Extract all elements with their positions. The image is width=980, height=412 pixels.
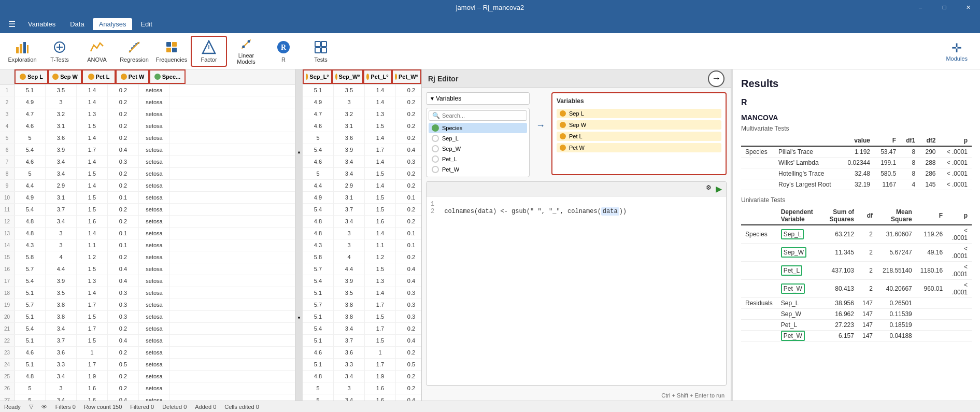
grid-cell[interactable]: 3.6	[46, 132, 77, 144]
grid-cell[interactable]: 0.4	[396, 394, 421, 401]
grid-cell[interactable]: 3.5	[334, 84, 365, 96]
grid-cell[interactable]: 3.8	[46, 299, 77, 310]
grid-cell[interactable]: 5.4	[15, 204, 46, 215]
grid-cell[interactable]: 4.4	[15, 180, 46, 191]
grid-cell[interactable]: 1.1	[77, 239, 108, 251]
rj-search-input[interactable]	[442, 112, 523, 119]
grid-cell[interactable]: 3	[46, 382, 77, 394]
grid-cell[interactable]: 3.9	[46, 144, 77, 155]
grid-cell[interactable]: 0.3	[396, 299, 421, 310]
menu-variables[interactable]: Variables	[22, 18, 62, 30]
grid-cell[interactable]: 5.1	[15, 359, 46, 370]
toolbar-regression[interactable]: Regression	[116, 36, 152, 67]
rj-var-species[interactable]: Species	[429, 123, 527, 133]
grid-cell[interactable]: 5.4	[15, 275, 46, 287]
grid-cell[interactable]: 1.7	[77, 299, 108, 310]
grid-cell[interactable]: 1.4	[77, 180, 108, 191]
toolbar-r[interactable]: R R	[265, 36, 302, 67]
grid-cell[interactable]: 1.4	[77, 132, 108, 144]
grid-cell[interactable]: 5.4	[15, 323, 46, 334]
grid-cell[interactable]: 0.3	[396, 287, 421, 299]
grid-cell[interactable]: setosa	[139, 347, 170, 358]
grid-cell[interactable]: setosa	[139, 204, 170, 215]
grid-cell[interactable]: 5.1	[15, 84, 46, 96]
grid-cell[interactable]: 2.9	[46, 180, 77, 191]
grid-cell[interactable]: 9	[0, 180, 15, 191]
grid-cell[interactable]: 5.8	[15, 251, 46, 263]
grid-cell[interactable]: 3.4	[46, 156, 77, 167]
grid-cell[interactable]: 1.7	[77, 323, 108, 334]
grid-cell[interactable]: 25	[0, 371, 15, 382]
grid-cell[interactable]: 0.2	[108, 382, 139, 394]
col-header-sep-w2[interactable]: Sep_W°	[332, 69, 363, 84]
grid-cell[interactable]: 11	[0, 204, 15, 215]
grid-cell[interactable]: setosa	[139, 359, 170, 370]
grid-cell[interactable]: 5.1	[303, 311, 334, 322]
grid-cell[interactable]: 5.4	[303, 144, 334, 155]
grid-cell[interactable]: 1.1	[365, 239, 396, 251]
grid-cell[interactable]: 0.4	[396, 275, 421, 287]
grid-cell[interactable]: 5.1	[15, 311, 46, 322]
grid-cell[interactable]: 6	[0, 144, 15, 155]
grid-cell[interactable]: 0.2	[108, 216, 139, 227]
grid-cell[interactable]: 5	[0, 132, 15, 144]
grid-cell[interactable]: 0.2	[396, 96, 421, 108]
grid-cell[interactable]: 5	[303, 132, 334, 144]
col-header-sep-l2[interactable]: Sep_L°	[303, 69, 332, 84]
grid-cell[interactable]: 1.6	[77, 394, 108, 401]
grid-cell[interactable]: 1.6	[365, 394, 396, 401]
grid-cell[interactable]: 4.4	[46, 263, 77, 275]
grid-cell[interactable]: setosa	[139, 168, 170, 179]
grid-cell[interactable]: setosa	[139, 84, 170, 96]
grid-cell[interactable]: 1.6	[77, 382, 108, 394]
toolbar-frequencies[interactable]: Frequencies	[153, 36, 190, 67]
grid-cell[interactable]: 3.1	[46, 192, 77, 203]
grid-cell[interactable]: 5.1	[15, 287, 46, 299]
grid-cell[interactable]: 0.5	[396, 359, 421, 370]
hamburger-menu[interactable]: ☰	[4, 17, 20, 31]
grid-cell[interactable]: setosa	[139, 192, 170, 203]
grid-cell[interactable]: 4	[334, 251, 365, 263]
grid-cell[interactable]: 5.1	[303, 84, 334, 96]
grid-cell[interactable]: 1.3	[365, 275, 396, 287]
grid-cell[interactable]: 1.6	[365, 216, 396, 227]
grid-cell[interactable]: 5	[303, 382, 334, 394]
grid-cell[interactable]: 4.6	[303, 347, 334, 358]
grid-cell[interactable]: 0.3	[396, 311, 421, 322]
rj-var-pet-l[interactable]: Pet_L	[429, 154, 527, 164]
rj-var-sep-w[interactable]: Sep_W	[429, 144, 527, 154]
grid-cell[interactable]: 5.4	[303, 275, 334, 287]
grid-cell[interactable]: 5.1	[303, 287, 334, 299]
grid-cell[interactable]: 3	[46, 239, 77, 251]
grid-cell[interactable]: 3.5	[46, 287, 77, 299]
grid-cell[interactable]: 0.1	[108, 192, 139, 203]
grid-cell[interactable]: 1.5	[77, 192, 108, 203]
grid-cell[interactable]: 1.5	[365, 168, 396, 179]
grid-cell[interactable]: 4.8	[15, 228, 46, 239]
grid-cell[interactable]: 0.2	[396, 216, 421, 227]
grid-cell[interactable]: 3.6	[334, 347, 365, 358]
grid-cell[interactable]: 0.2	[396, 347, 421, 358]
grid-cell[interactable]: 1.5	[77, 168, 108, 179]
grid-cell[interactable]: 1.5	[77, 311, 108, 322]
rj-target-pet-l[interactable]: Pet L	[557, 132, 721, 141]
col-header-spec[interactable]: Spec...	[149, 69, 186, 84]
col-header-sep-l[interactable]: Sep L	[15, 69, 48, 84]
grid-cell[interactable]: 1.7	[77, 359, 108, 370]
grid-cell[interactable]: 3.8	[46, 311, 77, 322]
grid-cell[interactable]: 1.4	[365, 228, 396, 239]
grid-cell[interactable]: 3.4	[46, 323, 77, 334]
grid-cell[interactable]: 0.4	[396, 263, 421, 275]
toolbar-anova[interactable]: ANOVA	[79, 36, 115, 67]
grid-cell[interactable]: 0.4	[108, 394, 139, 401]
grid-cell[interactable]: 5.1	[303, 359, 334, 370]
grid-cell[interactable]: 5.1	[303, 335, 334, 346]
grid-cell[interactable]: 0.2	[396, 180, 421, 191]
grid-cell[interactable]: setosa	[139, 239, 170, 251]
code-line-1[interactable]: colnames(data) <- gsub(" ", "_", colname…	[444, 207, 627, 216]
grid-cell[interactable]: 0.2	[396, 84, 421, 96]
close-button[interactable]: ✕	[956, 0, 980, 15]
col-header-sep-w[interactable]: Sep W	[48, 69, 82, 84]
grid-cell[interactable]: 3	[0, 108, 15, 120]
rj-var-sep-l[interactable]: Sep_L	[429, 133, 527, 144]
